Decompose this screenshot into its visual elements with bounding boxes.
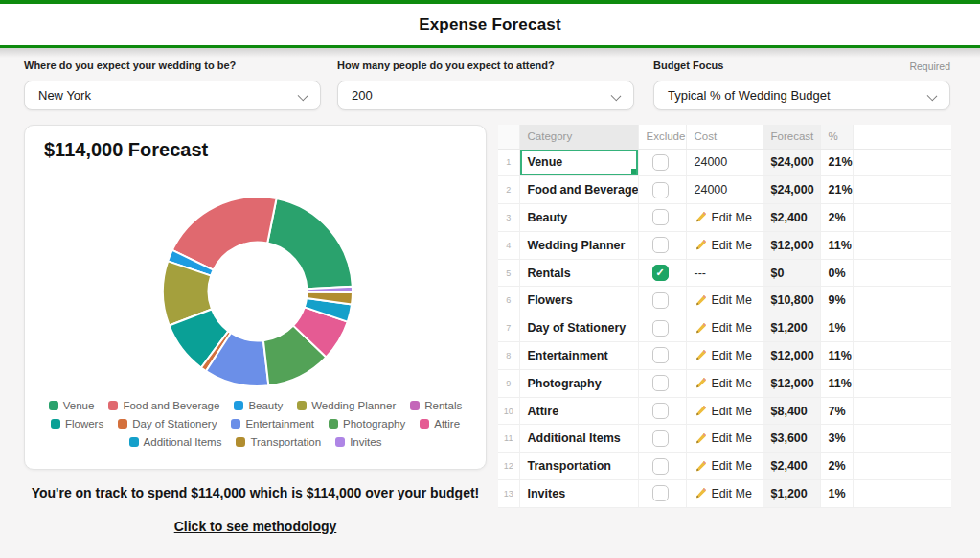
cost-cell[interactable]: Edit Me (686, 369, 763, 397)
category-cell[interactable]: Day of Stationery (519, 314, 638, 342)
pencil-icon (695, 405, 707, 417)
legend-item[interactable]: Day of Stationery (118, 418, 217, 430)
methodology-link[interactable]: Click to see methodology (174, 519, 337, 534)
cost-cell[interactable]: Edit Me (686, 480, 763, 508)
exclude-checkbox[interactable] (652, 182, 669, 198)
category-cell[interactable]: Rentals (519, 259, 638, 287)
cost-cell[interactable]: Edit Me (686, 231, 763, 259)
guest-count-select[interactable]: 200 (337, 81, 634, 110)
pencil-icon (695, 349, 707, 361)
cost-cell[interactable]: Edit Me (686, 453, 763, 480)
legend-color-chip (297, 401, 307, 410)
exclude-checkbox[interactable] (652, 320, 669, 337)
header-shadow (0, 48, 980, 58)
budget-focus-select[interactable]: Typical % of Wedding Budget (653, 81, 950, 110)
row-number-header (498, 125, 519, 149)
guest-count-label: How many people do you expect to attend? (337, 59, 634, 71)
legend-label: Rentals (424, 400, 462, 411)
cost-cell[interactable]: Edit Me (686, 204, 763, 232)
legend-item[interactable]: Rentals (410, 400, 462, 411)
category-cell[interactable]: Flowers (519, 287, 638, 314)
legend-color-chip (420, 419, 429, 429)
row-number: 9 (498, 369, 519, 397)
legend-item[interactable]: Invites (335, 436, 381, 448)
exclude-checkbox[interactable] (652, 403, 669, 419)
cost-cell[interactable]: Edit Me (686, 287, 763, 314)
forecast-cell: $2,400 (763, 453, 820, 480)
category-cell[interactable]: Attire (519, 397, 638, 425)
exclude-checkbox[interactable] (652, 485, 669, 501)
chart-title: $114,000 Forecast (44, 139, 208, 161)
exclude-checkbox[interactable] (652, 292, 669, 309)
donut-slice[interactable] (267, 198, 353, 289)
cost-cell[interactable]: Edit Me (686, 314, 763, 342)
forecast-donut-chart (157, 191, 358, 392)
legend-label: Food and Beverage (123, 400, 219, 411)
category-cell[interactable]: Beauty (519, 204, 638, 232)
methodology-link-wrap: Click to see methodology (24, 519, 487, 534)
legend-item[interactable]: Venue (49, 400, 95, 411)
exclude-checkbox[interactable] (652, 209, 669, 225)
category-cell[interactable]: Venue (519, 149, 638, 176)
row-number: 13 (498, 480, 519, 508)
percent-cell: 21% (820, 149, 853, 176)
chevron-down-icon (298, 91, 308, 102)
exclude-checkbox[interactable] (652, 154, 669, 171)
exclude-checkbox[interactable] (652, 375, 669, 391)
legend-label: Attire (434, 418, 460, 430)
legend-item[interactable]: Flowers (51, 418, 103, 430)
exclude-checkbox[interactable]: ✓ (652, 265, 669, 281)
category-cell[interactable]: Entertainment (519, 342, 638, 370)
legend-label: Transportation (250, 436, 321, 448)
pencil-icon (695, 239, 707, 251)
exclude-checkbox[interactable] (652, 237, 669, 253)
cost-cell[interactable]: 24000 (686, 149, 763, 176)
legend-item[interactable]: Transportation (236, 436, 321, 448)
row-number: 1 (498, 149, 519, 176)
table-row: 9 Photography Edit Me $12,000 11% (498, 369, 951, 397)
cost-cell[interactable]: Edit Me (686, 397, 763, 425)
pencil-icon (695, 487, 707, 500)
wedding-location-label: Where do you expect your wedding to be? (24, 59, 321, 71)
row-number: 10 (498, 397, 519, 425)
exclude-checkbox[interactable] (652, 347, 669, 363)
cost-cell[interactable]: --- (686, 259, 763, 287)
legend-color-chip (51, 419, 60, 429)
selection-fill-handle[interactable] (631, 169, 636, 174)
exclude-header: Exclude (638, 125, 686, 149)
legend-item[interactable]: Beauty (234, 400, 283, 411)
row-number: 6 (498, 287, 519, 314)
category-cell[interactable]: Photography (519, 369, 638, 397)
cost-cell[interactable]: 24000 (686, 176, 763, 204)
filler-cell (853, 149, 951, 176)
row-number: 11 (498, 425, 519, 453)
filler-cell (853, 231, 951, 259)
legend-item[interactable]: Photography (329, 418, 405, 430)
legend-item[interactable]: Wedding Planner (297, 400, 396, 411)
table-header-row: Category Exclude Cost Forecast % (498, 125, 951, 149)
table-row: 12 Transportation Edit Me $2,400 2% (498, 453, 951, 480)
category-cell[interactable]: Invites (519, 480, 638, 508)
category-cell[interactable]: Additional Items (519, 425, 638, 453)
exclude-checkbox[interactable] (652, 458, 669, 475)
legend-item[interactable]: Food and Beverage (108, 400, 219, 411)
table-row: 11 Additional Items Edit Me $3,600 3% (498, 425, 951, 453)
budget-focus-value: Typical % of Wedding Budget (668, 88, 831, 103)
category-cell[interactable]: Wedding Planner (519, 231, 638, 259)
exclude-checkbox[interactable] (652, 430, 669, 447)
wedding-location-select[interactable]: New York (24, 81, 321, 110)
exclude-cell (638, 480, 686, 508)
category-cell[interactable]: Transportation (519, 453, 638, 480)
exclude-cell (638, 397, 686, 425)
category-cell[interactable]: Food and Beverage (519, 176, 638, 204)
cost-cell[interactable]: Edit Me (686, 425, 763, 453)
forecast-cell: $12,000 (763, 231, 820, 259)
legend-item[interactable]: Additional Items (129, 436, 222, 448)
filler-header (853, 125, 951, 149)
legend-item[interactable]: Attire (420, 418, 460, 430)
row-number: 7 (498, 314, 519, 342)
row-number: 12 (498, 453, 519, 480)
legend-item[interactable]: Entertainment (231, 418, 314, 430)
cost-cell[interactable]: Edit Me (686, 342, 763, 370)
exclude-cell (638, 314, 686, 342)
